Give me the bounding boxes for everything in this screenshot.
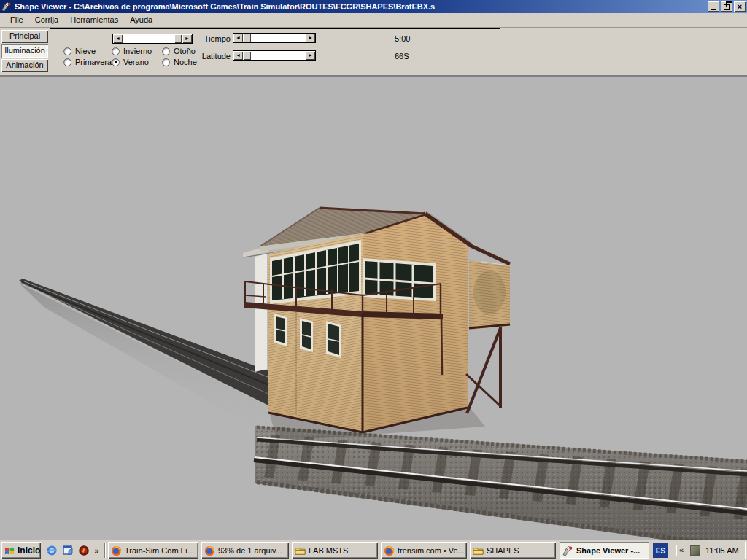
menu-bar: File Corrija Herramientas Ayuda [0,13,747,28]
brightness-thumb[interactable] [174,34,182,43]
taskbar-button-label: LAB MSTS [309,546,348,555]
restore-icon [724,4,730,10]
tray-clock: 11:05 AM [705,546,739,555]
upper-windows-right [363,258,436,301]
system-tray: « 11:05 AM [673,542,746,559]
minimize-button[interactable] [708,1,719,12]
quicklaunch-ie[interactable] [45,544,58,556]
scroll-left-icon[interactable]: ◄ [233,51,243,60]
viewport-3d-scene [0,77,747,540]
radio-circle-icon [63,58,71,66]
taskbar-button-shapes[interactable]: SHAPES [470,542,556,559]
scroll-right-icon[interactable]: ► [306,34,315,42]
radio-noche[interactable]: Noche [162,58,197,66]
control-strip: Principal Iluminación Animación Brillo ◄… [0,28,747,76]
internet-explorer-icon [46,545,58,556]
taskbar-button-download[interactable]: 93% de 1 arquiv... [201,542,289,559]
taskbar-button-trainsim[interactable]: Train-Sim.Com Fi... [108,542,198,559]
firefox-icon [384,545,395,556]
radio-invierno[interactable]: Invierno [112,47,152,55]
latitude-scrollbar[interactable]: ◄ ► [233,50,316,61]
taskbar-button-trensim[interactable]: trensim.com • Ve... [381,542,467,559]
menu-corrija[interactable]: Corrija [29,14,64,26]
menu-ayuda[interactable]: Ayuda [124,14,158,26]
scroll-right-icon[interactable]: ► [306,51,315,60]
app-icon [1,1,12,12]
radio-otono[interactable]: Otoño [162,47,196,55]
menu-file[interactable]: File [4,14,29,26]
firefox-icon [111,545,122,556]
taskbar-button-label: Shape Viewer -... [576,546,640,555]
tray-chevron-icon[interactable]: « [676,545,686,556]
radio-verano[interactable]: Verano [112,58,149,66]
latitude-thumb[interactable] [244,51,251,60]
start-button[interactable]: Inicio [1,542,41,559]
radio-circle-icon [112,58,120,66]
taskbar-button-labmsts[interactable]: LAB MSTS [292,542,378,559]
taskbar-button-shapeviewer[interactable]: Shape Viewer -... [560,542,649,559]
restore-button[interactable] [721,1,732,12]
shape-viewer-icon [562,545,573,556]
firefox-icon [204,545,215,556]
window-document-icon [62,545,74,556]
quicklaunch-overflow-chevron[interactable]: » [92,544,101,556]
tray-app-icon[interactable] [690,545,700,556]
close-button[interactable]: × [734,1,746,12]
folder-icon [473,545,484,556]
taskbar-separator [104,543,106,558]
taskbar-button-label: SHAPES [487,546,519,555]
time-thumb[interactable] [244,34,251,42]
window-title: Shape Viewer - C:\Archivos de programa\M… [15,2,706,11]
scroll-left-icon[interactable]: ◄ [233,34,243,42]
tab-animacion[interactable]: Animación [1,59,48,72]
taskbar-button-label: 93% de 1 arquiv... [218,546,282,555]
time-label: Tiempo [198,34,231,43]
scroll-right-icon[interactable]: ► [182,34,192,43]
radio-circle-icon [63,47,71,55]
windows-flag-icon [4,545,15,556]
viewport-3d[interactable] [0,76,747,540]
minimize-icon [711,9,716,10]
flame-ball-icon [78,545,90,556]
tab-iluminacion[interactable]: Iluminación [1,44,48,58]
latitude-value: 66S [395,52,409,61]
title-bar[interactable]: Shape Viewer - C:\Archivos de programa\M… [0,0,747,13]
language-indicator[interactable]: ES [653,543,668,558]
start-label: Inicio [18,545,40,556]
folder-icon [295,545,306,556]
quicklaunch-desktop[interactable] [61,544,74,556]
time-scrollbar[interactable]: ◄ ► [233,33,316,43]
tab-principal[interactable]: Principal [1,30,48,43]
latitude-label: Latitude [194,52,231,61]
radio-circle-icon [162,47,170,55]
close-icon: × [738,3,742,10]
taskbar: Inicio » Train-Sim.Com Fi... [0,540,747,560]
taskbar-button-label: trensim.com • Ve... [398,546,465,555]
taskbar-button-label: Train-Sim.Com Fi... [125,546,194,555]
corner-white-strip [255,254,268,372]
radio-nieve[interactable]: Nieve [63,47,96,55]
radio-primavera[interactable]: Primavera [63,58,112,66]
radio-circle-icon [162,58,170,66]
scroll-left-icon[interactable]: ◄ [113,34,123,43]
quicklaunch-flame[interactable] [77,544,90,556]
time-value: 5:00 [395,34,410,43]
brightness-scrollbar[interactable]: ◄ ► [112,34,193,44]
radio-circle-icon [112,47,120,55]
menu-herramientas[interactable]: Herramientas [64,14,124,26]
lighting-panel: Brillo ◄ ► Tiempo ◄ ► 5:00 Latitude ◄ ► … [50,28,500,74]
